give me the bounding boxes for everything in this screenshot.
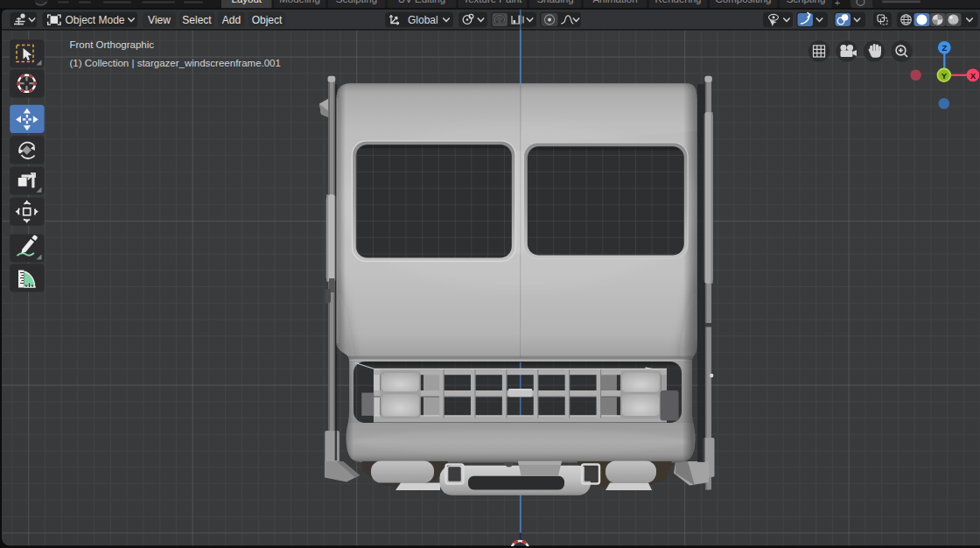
svg-text:Z: Z (942, 43, 947, 53)
svg-text:Sculpting: Sculpting (336, 0, 377, 4)
svg-text:Compositing: Compositing (716, 0, 772, 4)
svg-text:UV Editing: UV Editing (398, 0, 445, 4)
svg-text:Layout: Layout (231, 0, 262, 4)
svg-text:Add: Add (222, 14, 241, 26)
svg-text:Object Mode: Object Mode (66, 14, 125, 26)
svg-text:Global: Global (408, 14, 438, 26)
svg-text:Texture Paint: Texture Paint (463, 0, 522, 4)
svg-text:+: + (835, 0, 840, 8)
svg-text:Modeling: Modeling (279, 0, 320, 4)
svg-text:Animation: Animation (592, 0, 637, 4)
svg-text:Scripting: Scripting (787, 0, 826, 4)
svg-text:(1) Collection | stargazer_win: (1) Collection | stargazer_windscreenfra… (70, 58, 281, 68)
svg-text:Rendering: Rendering (654, 0, 701, 4)
svg-text:Object: Object (252, 14, 283, 26)
svg-text:View: View (148, 14, 171, 26)
svg-text:Shading: Shading (536, 0, 573, 4)
svg-text:Y: Y (942, 71, 948, 81)
svg-text:Front Orthographic: Front Orthographic (70, 39, 155, 50)
svg-text:X: X (970, 71, 976, 81)
svg-text:Select: Select (182, 14, 212, 26)
